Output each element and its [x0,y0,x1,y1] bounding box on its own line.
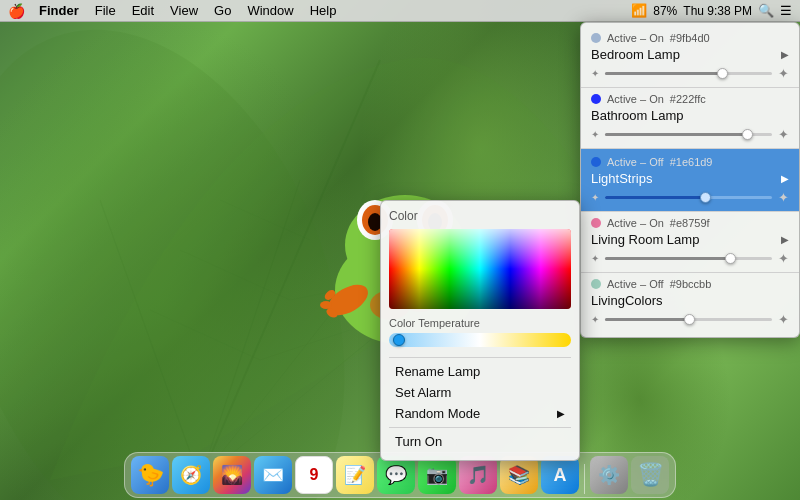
random-mode-label: Random Mode [395,406,480,421]
livingcolors-hex: #9bccbb [670,278,712,290]
dropdown-panel: Active – On #9fb4d0 Bedroom Lamp ▶ ✦ ✦ A… [580,22,800,338]
lightstrips-status: Active – Off [607,156,664,168]
color-temp-slider[interactable] [389,333,571,347]
menubar-finder[interactable]: Finder [31,3,87,18]
bathroom-lamp-slider[interactable] [605,133,772,136]
color-temp-thumb[interactable] [393,334,405,346]
living-room-lamp-header[interactable]: Living Room Lamp ▶ [581,230,799,249]
livingcolors-header[interactable]: LivingColors [581,291,799,310]
device-section-living-room-lamp: Active – On #e8759f Living Room Lamp ▶ ✦… [581,212,799,273]
livingcolors-slider[interactable] [605,318,772,321]
menubar-right: 📶 87% Thu 9:38 PM 🔍 ☰ [631,3,792,18]
turn-on-item[interactable]: Turn On [389,431,571,452]
dock-ibooks[interactable]: 📚 [500,456,538,494]
livingcolors-color-dot [591,279,601,289]
livingcolors-brightness: ✦ ✦ [581,310,799,331]
bathroom-lamp-status: Active – On [607,93,664,105]
dock-divider [584,464,585,494]
bath-brightness-min-icon: ✦ [591,129,599,140]
popup-divider-2 [389,427,571,428]
lightstrips-color-dot [591,157,601,167]
bedroom-lamp-color-dot [591,33,601,43]
livingcolors-name: LivingColors [591,293,789,308]
dock-trash[interactable]: 🗑️ [631,456,669,494]
dock-finder[interactable]: 🐤 [131,456,169,494]
bedroom-lamp-brightness: ✦ ✦ [581,64,799,85]
device-section-livingcolors: Active – Off #9bccbb LivingColors ✦ ✦ [581,273,799,333]
brightness-max-icon: ✦ [778,66,789,81]
bathroom-lamp-status-row: Active – On #222ffc [581,92,799,106]
dock-facetime[interactable]: 📷 [418,456,456,494]
random-mode-item[interactable]: Random Mode ▶ [389,403,571,424]
bathroom-lamp-color-dot [591,94,601,104]
bathroom-lamp-hex: #222ffc [670,93,706,105]
bedroom-lamp-status: Active – On [607,32,664,44]
device-section-bathroom-lamp: Active – On #222ffc Bathroom Lamp ✦ ✦ [581,88,799,149]
menubar: 🍎 Finder File Edit View Go Window Help 📶… [0,0,800,22]
lightstrips-header[interactable]: LightStrips ▶ [581,169,799,188]
lightstrips-chevron: ▶ [781,173,789,184]
menubar-view[interactable]: View [162,3,206,18]
livingcolors-status-row: Active – Off #9bccbb [581,277,799,291]
living-room-lamp-color-dot [591,218,601,228]
device-section-bedroom-lamp: Active – On #9fb4d0 Bedroom Lamp ▶ ✦ ✦ [581,27,799,88]
lightstrips-brightness: ✦ ✦ [581,188,799,209]
menu-list-icon[interactable]: ☰ [780,3,792,18]
dock-notes[interactable]: 📝 [336,456,374,494]
bedroom-lamp-chevron: ▶ [781,49,789,60]
living-room-lamp-status: Active – On [607,217,664,229]
dock-systemprefs[interactable]: ⚙️ [590,456,628,494]
bedroom-lamp-header[interactable]: Bedroom Lamp ▶ [581,45,799,64]
device-section-lightstrips: Active – Off #1e61d9 LightStrips ▶ ✦ ✦ [581,149,799,212]
dock-itunes[interactable]: 🎵 [459,456,497,494]
lightstrips-status-row: Active – Off #1e61d9 [581,153,799,169]
lightstrips-slider[interactable] [605,196,772,199]
bedroom-lamp-slider[interactable] [605,72,772,75]
clock: Thu 9:38 PM [683,4,752,18]
popup-divider-1 [389,357,571,358]
menubar-file[interactable]: File [87,3,124,18]
dock-messages[interactable]: 💬 [377,456,415,494]
apple-menu[interactable]: 🍎 [8,3,25,19]
search-icon[interactable]: 🔍 [758,3,774,18]
lightstrips-name: LightStrips [591,171,781,186]
svg-point-23 [320,301,332,309]
dock-safari[interactable]: 🧭 [172,456,210,494]
desktop: 🍎 Finder File Edit View Go Window Help 📶… [0,0,800,500]
lr-brightness-max-icon: ✦ [778,251,789,266]
rename-lamp-item[interactable]: Rename Lamp [389,361,571,382]
lc-brightness-min-icon: ✦ [591,314,599,325]
living-room-lamp-slider[interactable] [605,257,772,260]
color-gradient[interactable] [389,229,571,309]
bedroom-lamp-name: Bedroom Lamp [591,47,781,62]
dock-photos[interactable]: 🌄 [213,456,251,494]
ls-brightness-max-icon: ✦ [778,190,789,205]
living-room-lamp-brightness: ✦ ✦ [581,249,799,270]
bedroom-lamp-status-row: Active – On #9fb4d0 [581,31,799,45]
color-label: Color [389,209,571,223]
set-alarm-item[interactable]: Set Alarm [389,382,571,403]
menubar-window[interactable]: Window [239,3,301,18]
wifi-icon[interactable]: 📶 [631,3,647,18]
bathroom-lamp-brightness: ✦ ✦ [581,125,799,146]
menubar-edit[interactable]: Edit [124,3,162,18]
random-mode-chevron: ▶ [557,408,565,419]
bedroom-lamp-hex: #9fb4d0 [670,32,710,44]
color-picker-popup: Color Color Temperature Rename Lamp Set … [380,200,580,461]
bathroom-lamp-name: Bathroom Lamp [591,108,789,123]
dock-calendar[interactable]: 9 [295,456,333,494]
dock-mail[interactable]: ✉️ [254,456,292,494]
bathroom-lamp-header[interactable]: Bathroom Lamp [581,106,799,125]
menubar-help[interactable]: Help [302,3,345,18]
lr-brightness-min-icon: ✦ [591,253,599,264]
dock-appstore[interactable]: A [541,456,579,494]
living-room-lamp-status-row: Active – On #e8759f [581,216,799,230]
brightness-min-icon: ✦ [591,68,599,79]
living-room-lamp-hex: #e8759f [670,217,710,229]
ls-brightness-min-icon: ✦ [591,192,599,203]
livingcolors-status: Active – Off [607,278,664,290]
menubar-go[interactable]: Go [206,3,239,18]
lc-brightness-max-icon: ✦ [778,312,789,327]
bath-brightness-max-icon: ✦ [778,127,789,142]
lightstrips-hex: #1e61d9 [670,156,713,168]
